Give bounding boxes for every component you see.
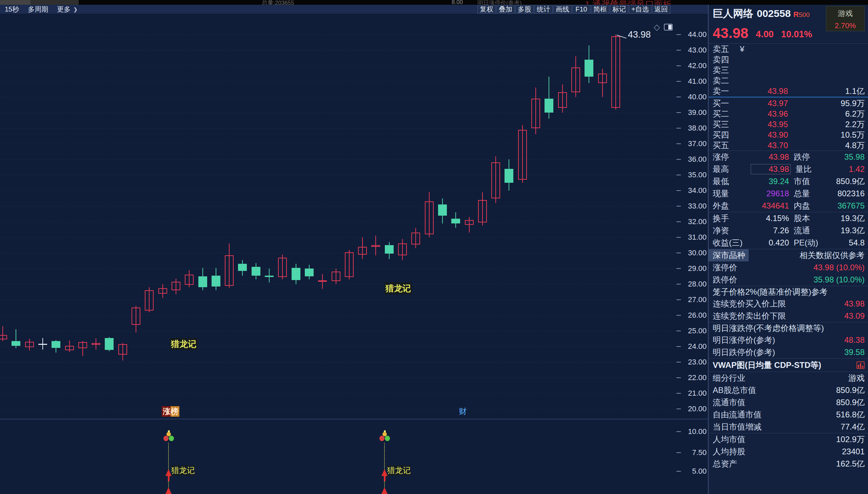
- stat-value: 850.9亿: [826, 176, 865, 187]
- stat-value: 7.26: [751, 226, 789, 235]
- industry-box[interactable]: 游戏 2.70%: [826, 6, 865, 31]
- back-button[interactable]: 返回: [652, 5, 670, 14]
- yen-symbol: ¥: [740, 44, 744, 54]
- candle-body: [398, 244, 407, 255]
- gridline: [0, 253, 675, 253]
- industry-row[interactable]: 细分行业 游戏: [709, 372, 868, 384]
- buy4-vol: 10.5万: [821, 130, 865, 140]
- sell-row-5[interactable]: 卖五 ¥: [709, 44, 868, 54]
- ab-cap-label: AB股总市值: [713, 385, 836, 396]
- f10-button[interactable]: F10: [572, 5, 590, 14]
- sell-row-3[interactable]: 卖三: [709, 65, 868, 75]
- candle-body: [451, 219, 460, 224]
- event-marker-line: [384, 443, 385, 494]
- sell1-vol: 1.1亿: [821, 86, 865, 97]
- per-capita-cap-value: 102.9万: [836, 434, 865, 445]
- price-tick-label: 37.00: [679, 139, 707, 148]
- buy-row-1[interactable]: 买一 43.97 95.9万: [709, 98, 868, 109]
- gridline: [0, 35, 675, 35]
- price-tick-label: 40.00: [679, 93, 707, 101]
- price-tick-label: 24.00: [679, 342, 707, 351]
- price-tick-label: 36.00: [679, 155, 707, 164]
- event-marker-icon[interactable]: [379, 431, 390, 443]
- candle-body: [425, 202, 434, 234]
- stock-name[interactable]: 巨人网络: [713, 8, 753, 19]
- sell-row-1[interactable]: 卖一 43.98 1.1亿: [709, 86, 868, 96]
- buy3-vol: 2.2万: [821, 119, 865, 130]
- stat-value: 0.420: [751, 238, 789, 247]
- candle-body: [0, 335, 7, 340]
- buy-row-4[interactable]: 买四 43.90 10.5万: [709, 130, 868, 140]
- hot-list-badge[interactable]: 涨榜: [162, 406, 179, 417]
- candle-body: [371, 245, 380, 247]
- market-note: 相关数据仅供参考: [749, 250, 865, 261]
- buy-row-3[interactable]: 买三 43.95 2.2万: [709, 119, 868, 130]
- event-label[interactable]: 猎龙记: [170, 338, 197, 350]
- fuquan-button[interactable]: 复权: [477, 5, 496, 14]
- diamond-icon[interactable]: ◇: [654, 22, 660, 32]
- stat-value: 19.3亿: [826, 213, 865, 224]
- per-capita-cap-label: 人均市值: [713, 434, 836, 445]
- overlay-button[interactable]: 叠加: [496, 5, 515, 14]
- draw-line-button[interactable]: 画线: [553, 5, 572, 14]
- sell-row-4[interactable]: 卖四: [709, 54, 868, 65]
- market-section: 深市品种 相关数据仅供参考 涨停价 43.98 (10.0%) 跌停价 35.9…: [709, 249, 868, 286]
- cage-buy-value: 43.98: [844, 299, 865, 308]
- price-tick-label: 31.00: [679, 233, 707, 242]
- period-15s-button[interactable]: 15秒: [5, 5, 19, 14]
- candle-body: [465, 220, 474, 225]
- candle-body: [145, 290, 154, 310]
- add-favorite-button[interactable]: +自选: [629, 5, 651, 14]
- stat-label: 净资: [713, 225, 751, 236]
- candlestick-chart[interactable]: 44.0043.0042.0041.0040.0039.0038.0037.00…: [0, 0, 708, 494]
- stat-label: 外盘: [713, 201, 751, 211]
- limit-up-row: 涨停价 43.98 (10.0%): [709, 261, 868, 273]
- ab-cap-value: 850.9亿: [836, 385, 865, 396]
- event-label[interactable]: 猎龙记: [387, 465, 411, 476]
- multi-period-button[interactable]: 多周期: [28, 5, 48, 14]
- buy-row-2[interactable]: 买二 43.96 6.2万: [709, 109, 868, 119]
- stats-button[interactable]: 统计: [534, 5, 553, 14]
- candle-body: [518, 130, 527, 180]
- stat-value: 19.3亿: [826, 225, 865, 236]
- price-tick-label: 28.00: [679, 280, 707, 288]
- stat-value: 4.15%: [751, 214, 789, 223]
- tomorrow-down-row: 明日跌停价(参考) 39.58: [709, 346, 868, 358]
- stock-code: 002558: [757, 8, 791, 19]
- more-button[interactable]: 更多: [57, 5, 71, 14]
- buy-row-5[interactable]: 买五 43.70 4.8万: [709, 140, 868, 151]
- stat-label: 最高: [713, 164, 751, 175]
- limit-down-value: 35.98 (10.0%): [813, 275, 865, 284]
- buy3-label: 买三: [713, 119, 735, 130]
- tomorrow-limit-section: 明日涨跌停(不考虑价格调整等) 明日涨停价(参考) 48.38 明日跌停价(参考…: [709, 322, 868, 358]
- simple-frame-button[interactable]: 简框: [591, 5, 609, 14]
- event-label[interactable]: 猎龙记: [385, 282, 412, 294]
- up-arrow-stem: [168, 476, 170, 481]
- price-tick-label: 7.50: [679, 448, 707, 457]
- ab-cap-row: AB股总市值 850.9亿: [709, 384, 868, 396]
- chevron-right-icon[interactable]: ❯: [73, 6, 78, 13]
- stat-label: 涨停: [713, 152, 751, 163]
- event-label[interactable]: 猎龙记: [171, 465, 195, 476]
- mark-button[interactable]: 标记: [610, 5, 628, 14]
- per-capita-cap-row: 人均市值 102.9万: [709, 433, 868, 445]
- candle-body: [198, 276, 207, 287]
- vwap-row[interactable]: VWAP图(日均量 CDP-STD等): [709, 358, 868, 372]
- multi-stock-button[interactable]: 多股: [515, 5, 534, 14]
- stat-row: 外盘 434641 内盘 367675: [709, 200, 868, 212]
- price-tick-label: 22.00: [679, 373, 707, 382]
- finance-badge[interactable]: 财: [459, 406, 467, 417]
- stat-value: 29618: [751, 189, 789, 198]
- order-book: 卖五 ¥ 卖四 卖三 卖二 卖一 43.98: [709, 43, 868, 151]
- buy3-price: 43.95: [735, 120, 821, 129]
- panel-toggle-icon[interactable]: [664, 24, 673, 31]
- candle-body: [92, 343, 100, 345]
- candle-body: [238, 264, 247, 271]
- sell-row-2[interactable]: 卖二: [709, 75, 868, 86]
- candle-body: [571, 68, 580, 93]
- stat-value: 802316: [826, 189, 865, 198]
- bar-chart-icon[interactable]: [856, 361, 865, 369]
- event-marker-icon[interactable]: [163, 431, 174, 443]
- stat-value: 43.98: [751, 152, 789, 162]
- stat-value: 1.42: [828, 165, 865, 174]
